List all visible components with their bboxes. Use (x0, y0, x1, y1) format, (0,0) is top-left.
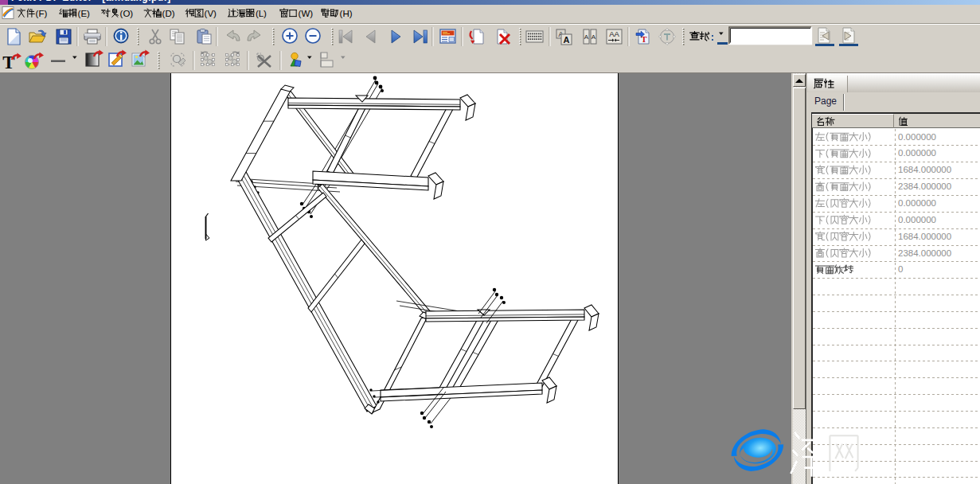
svg-text:AA: AA (609, 29, 619, 38)
svg-text:(H): (H) (340, 9, 353, 18)
svg-text:(V): (V) (205, 9, 217, 18)
svg-text:(E): (E) (78, 9, 91, 18)
svg-text:(O): (O) (120, 9, 134, 18)
svg-text:A: A (592, 33, 596, 41)
svg-text:(F): (F) (36, 9, 48, 18)
svg-text:T: T (2, 53, 14, 72)
svg-text:(D): (D) (162, 9, 175, 18)
svg-text:(L): (L) (256, 9, 267, 18)
svg-text:A: A (564, 35, 570, 45)
svg-text:T: T (641, 34, 647, 44)
svg-text:(W): (W) (299, 9, 314, 18)
svg-text:A: A (584, 33, 589, 41)
